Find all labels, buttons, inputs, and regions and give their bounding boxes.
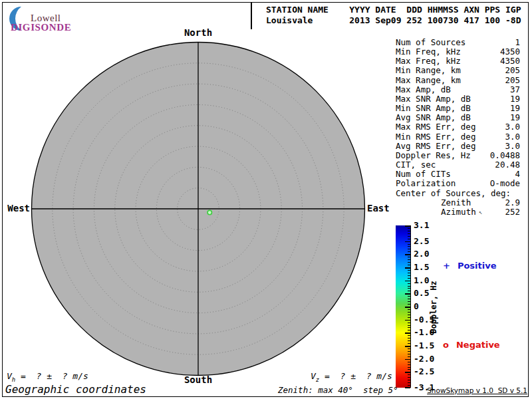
colorbar-tick <box>405 346 410 347</box>
header-divider <box>251 2 252 29</box>
param-value: 4350 <box>500 47 520 57</box>
colorbar-tick <box>408 354 410 354</box>
param-row: Max Range, km205 <box>396 76 520 85</box>
compass-label-east: East <box>367 203 390 213</box>
colorbar-tick <box>408 343 410 344</box>
param-row: Doppler Res, Hz0.0488 <box>396 151 520 160</box>
param-row: Center of Sources, deg: <box>396 189 520 198</box>
param-value: 4 <box>515 170 520 179</box>
param-label: Max Freq, kHz <box>396 57 461 66</box>
colorbar-tick <box>408 348 410 349</box>
param-label: Min Range, km <box>396 66 461 75</box>
colorbar-tick <box>408 377 410 378</box>
param-row: Min RMS Err, deg3.0 <box>396 132 520 142</box>
colorbar-tick <box>408 257 410 257</box>
lowell-digisonde-logo: Lowell DIGISONDE <box>8 5 94 32</box>
colorbar-tick <box>408 364 410 365</box>
legend-positive: + Positive <box>443 261 497 271</box>
colorbar-tick-label: 2.0 <box>414 249 429 259</box>
plus-marker-icon: + <box>443 261 450 271</box>
param-value: 0.0488 <box>490 151 520 160</box>
colorbar-tick <box>408 262 410 263</box>
zenith-range-caption: Zenith: max 40° step 5° <box>278 385 398 395</box>
colorbar-tick <box>405 320 410 321</box>
colorbar-tick <box>405 267 410 269</box>
param-label: Min Freq, kHz <box>396 47 461 57</box>
colorbar-tick <box>408 299 410 299</box>
colorbar-tick <box>405 281 410 282</box>
colorbar-tick <box>405 254 410 255</box>
param-label: Zenith <box>396 198 471 207</box>
colorbar-tick <box>408 296 410 297</box>
param-row: Min SNR Amp, dB19 <box>396 104 520 113</box>
param-label: Num of CITs <box>396 170 451 179</box>
param-value: 19 <box>510 113 520 122</box>
param-label: Max Amp, dB <box>396 85 451 94</box>
logo-digisonde-text: DIGISONDE <box>11 22 71 33</box>
colorbar-tick <box>408 265 410 265</box>
param-value: 252 <box>505 207 520 217</box>
colorbar-tick <box>405 372 410 373</box>
param-value: O-mode <box>490 179 520 188</box>
colorbar-tick <box>405 307 410 308</box>
legend-negative: o Negative <box>443 340 500 350</box>
vh-readout: Vh = ? ± ? m/s <box>7 371 88 383</box>
colorbar-tick <box>408 228 410 229</box>
colorbar-tick <box>408 340 410 341</box>
param-label: Center of Sources, deg: <box>396 189 511 198</box>
colorbar-tick <box>408 385 410 386</box>
colorbar-tick <box>408 244 410 245</box>
param-row: Num of Sources1 <box>396 38 520 47</box>
colorbar-tick <box>408 380 410 380</box>
colorbar-tick <box>408 259 410 260</box>
colorbar-tick-label: -2.5 <box>414 367 434 376</box>
colorbar-tick <box>405 332 410 334</box>
showskymap-window: Lowell DIGISONDE STATION NAME YYYY DATE … <box>0 0 532 399</box>
colorbar-tick <box>408 323 410 323</box>
colorbar-tick <box>408 286 410 287</box>
colorbar-tick <box>408 304 410 305</box>
param-value: 19 <box>510 94 520 104</box>
colorbar-tick <box>408 362 410 362</box>
colorbar-tick <box>408 301 410 302</box>
param-row: Max Amp, dB37 <box>396 85 520 94</box>
param-value: 3.0 <box>505 142 520 151</box>
colorbar-tick-label: 0 <box>414 302 419 311</box>
colorbar-tick <box>408 325 410 326</box>
colorbar-tick <box>405 293 410 295</box>
legend-positive-label: Positive <box>458 261 497 271</box>
param-row: Avg RMS Err, deg3.0 <box>396 142 520 151</box>
colorbar-tick <box>408 270 410 271</box>
header-columns-line: STATION NAME YYYY DATE DDD HHMMSS AXN PP… <box>266 5 521 15</box>
colorbar-tick <box>408 251 410 252</box>
legend-negative-label: Negative <box>456 340 500 350</box>
colorbar-tick <box>408 335 410 336</box>
compass-label-south: South <box>184 374 212 385</box>
param-value: 3.0 <box>505 122 520 132</box>
param-value: 205 <box>505 66 520 75</box>
colorbar-tick <box>408 374 410 375</box>
colorbar-tick <box>408 312 410 313</box>
param-value: 2.9 <box>505 198 520 207</box>
param-row: Azimuth↖252 <box>396 207 520 217</box>
param-row: Zenith2.9 <box>396 198 520 207</box>
colorbar-tick-label: 3.1 <box>414 221 429 230</box>
compass-label-north: North <box>184 27 212 38</box>
colorbar-tick <box>408 275 410 276</box>
credit-text: ShowSkymap v 1.0 SD v 5.1 <box>427 386 527 394</box>
colorbar-axis-label: Doppler, Hz <box>429 281 438 333</box>
param-row: Max Freq, kHz4350 <box>396 57 520 66</box>
param-label: Avg SNR Amp, dB <box>396 113 471 122</box>
compass-label-west: West <box>0 203 30 213</box>
colorbar-tick <box>408 239 410 239</box>
param-row: Max SNR Amp, dB19 <box>396 94 520 104</box>
colorbar-tick <box>408 233 410 234</box>
param-row: Min Freq, kHz4350 <box>396 47 520 57</box>
colorbar-tick-label: 0.5 <box>414 289 429 298</box>
colorbar-tick <box>408 288 410 289</box>
param-value: 19 <box>510 104 520 113</box>
colorbar-tick <box>408 231 410 231</box>
param-value: 3.0 <box>505 132 520 142</box>
header-values-line: Louisvale 2013 Sep09 252 100730 417 100 … <box>266 15 521 26</box>
colorbar-tick <box>408 327 410 328</box>
